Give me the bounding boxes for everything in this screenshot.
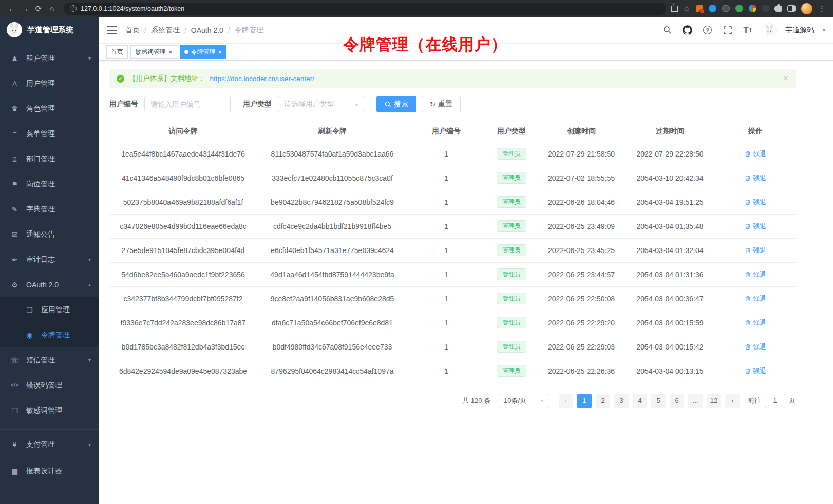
- doc-link[interactable]: https://doc.iocoder.cn/user-center/: [210, 75, 314, 83]
- page-button-12[interactable]: 12: [707, 394, 721, 408]
- back-icon[interactable]: ←: [5, 2, 18, 15]
- col-user-id: 用户编号: [408, 121, 485, 142]
- alert-close-icon[interactable]: ×: [783, 73, 788, 84]
- sidebar-item-error-code[interactable]: </> 错误码管理: [0, 373, 99, 398]
- sidebar-item-sms[interactable]: ☏ 短信管理 ▾: [0, 347, 99, 373]
- sidebar-item-token-manage[interactable]: ◉ 令牌管理: [0, 322, 99, 347]
- access-token-cell: b0d1785bc3a8482f812db4a3f3bd15ec: [109, 335, 257, 359]
- tab-home[interactable]: 首页: [106, 45, 128, 59]
- page-button-2[interactable]: 2: [596, 394, 610, 408]
- next-page-button[interactable]: ›: [725, 394, 740, 408]
- extensions-puzzle-icon[interactable]: [775, 6, 782, 12]
- browser-menu-icon[interactable]: ⋮: [818, 4, 826, 13]
- page-button-5[interactable]: 5: [651, 394, 666, 408]
- user-menu-caret-icon[interactable]: ▾: [823, 27, 825, 33]
- breadcrumb-home[interactable]: 首页: [125, 26, 140, 35]
- sidebar-item-label: 错误码管理: [26, 381, 91, 390]
- refresh-icon[interactable]: ⟳: [32, 2, 45, 15]
- force-logout-button[interactable]: 强退: [745, 198, 766, 207]
- force-logout-button[interactable]: 强退: [745, 294, 766, 303]
- extension-icon-4[interactable]: [735, 5, 743, 12]
- help-icon[interactable]: ?: [702, 25, 713, 36]
- fullscreen-icon[interactable]: [722, 25, 733, 36]
- collapse-sidebar-icon[interactable]: [107, 26, 117, 34]
- refresh-token-cell: be90422b8c7946218275a508bf524fc9: [257, 190, 408, 214]
- page-button-3[interactable]: 3: [614, 394, 629, 408]
- forward-icon[interactable]: →: [18, 2, 32, 15]
- sidebar-bottom-group: ¥ 支付管理 ▾ ▦ 报表设计器: [0, 429, 99, 484]
- tab-token-manage[interactable]: 令牌管理 ×: [180, 45, 227, 59]
- prev-page-button[interactable]: ‹: [559, 394, 573, 408]
- user-id-cell: 1: [408, 359, 485, 383]
- github-icon[interactable]: [682, 25, 693, 36]
- force-logout-button[interactable]: 强退: [745, 366, 766, 376]
- app-logo[interactable]: 芋道管理系统: [0, 17, 99, 43]
- extension-icon-1[interactable]: [696, 5, 703, 12]
- create-time-cell: 2022-06-26 18:04:46: [538, 190, 624, 214]
- breadcrumb-system[interactable]: 系统管理: [151, 26, 180, 35]
- sidebar-item-oauth[interactable]: ⚙ OAuth 2.0 ▴: [0, 272, 99, 297]
- tab-label: 令牌管理: [191, 48, 216, 56]
- extension-icon-3[interactable]: [722, 5, 730, 12]
- force-logout-button[interactable]: 强退: [745, 318, 766, 327]
- page-button-6[interactable]: 6: [670, 394, 684, 408]
- force-logout-button[interactable]: 强退: [745, 149, 766, 159]
- sidebar-item-dict[interactable]: ✎ 字典管理: [0, 197, 99, 222]
- user-avatar[interactable]: [762, 23, 777, 37]
- font-size-icon[interactable]: TT: [742, 25, 753, 36]
- sidebar-item-tenant[interactable]: ♟ 租户管理 ▾: [0, 46, 99, 71]
- username[interactable]: 芋道源码: [785, 26, 814, 35]
- sidebar-item-sensitive-word[interactable]: ❒ 敏感词管理: [0, 398, 99, 423]
- force-logout-button[interactable]: 强退: [745, 246, 766, 255]
- user-id-input[interactable]: [144, 96, 231, 112]
- sidebar-item-post[interactable]: ⚑ 岗位管理: [0, 171, 99, 197]
- share-icon[interactable]: [671, 6, 678, 12]
- reset-button[interactable]: ↻ 重置: [422, 96, 461, 112]
- page-size-select[interactable]: 10条/页 ▾: [499, 394, 548, 408]
- sidebar-item-label: 用户管理: [26, 79, 91, 88]
- sidebar-item-menu[interactable]: ≡ 菜单管理: [0, 121, 99, 146]
- tab-close-icon[interactable]: ×: [168, 49, 173, 55]
- sidebar-item-role[interactable]: ♛ 角色管理: [0, 96, 99, 121]
- sidebar-item-app-manage[interactable]: ❐ 应用管理: [0, 297, 99, 322]
- bookmark-star-icon[interactable]: ☆: [684, 4, 690, 13]
- user-id-cell: 1: [408, 238, 485, 262]
- site-info-icon[interactable]: i: [70, 5, 77, 12]
- page-ellipsis-button[interactable]: ...: [688, 394, 703, 408]
- tab-sensitive-word[interactable]: 敏感词管理 ×: [130, 45, 177, 59]
- address-bar[interactable]: i 127.0.0.1:1024/system/oauth2/token: [64, 3, 666, 15]
- browser-profile-avatar[interactable]: [801, 3, 812, 14]
- page-button-1[interactable]: 1: [577, 394, 592, 408]
- force-logout-button[interactable]: 强退: [745, 173, 766, 183]
- breadcrumb: 首页 / 系统管理 / OAuth 2.0 / 令牌管理: [125, 26, 263, 35]
- post-icon: ⚑: [10, 180, 19, 188]
- page-button-4[interactable]: 4: [633, 394, 647, 408]
- extension-icon-2[interactable]: [709, 5, 716, 12]
- sidebar-item-notice[interactable]: ✉ 通知公告: [0, 222, 99, 247]
- extension-icon-6[interactable]: [762, 5, 770, 12]
- force-logout-label: 强退: [753, 149, 766, 159]
- force-logout-button[interactable]: 强退: [745, 270, 766, 279]
- sidebar-item-audit-log[interactable]: ✒ 审计日志 ▾: [0, 247, 99, 272]
- goto-page-input[interactable]: [765, 394, 785, 408]
- breadcrumb-oauth[interactable]: OAuth 2.0: [191, 26, 223, 34]
- user-type-select[interactable]: 请选择用户类型 ▾: [278, 96, 364, 112]
- extension-icon-5[interactable]: [749, 5, 756, 12]
- sidebar-item-user[interactable]: ♙ 用户管理: [0, 71, 99, 96]
- search-button[interactable]: 搜索: [376, 96, 416, 112]
- tab-close-icon[interactable]: ×: [218, 49, 222, 55]
- sidebar-item-report-designer[interactable]: ▦ 报表设计器: [0, 458, 99, 484]
- tab-label: 首页: [111, 48, 123, 56]
- user-id-cell: 1: [408, 190, 485, 214]
- chevron-up-icon: ▴: [88, 282, 91, 287]
- force-logout-button[interactable]: 强退: [745, 222, 766, 231]
- create-time-cell: 2022-06-25 22:26:36: [538, 359, 624, 383]
- side-panel-icon[interactable]: [787, 5, 796, 12]
- access-token-cell: f9336e7c7dd242a283ee98dc86b17a87: [109, 311, 257, 335]
- home-icon[interactable]: ⌂: [45, 2, 59, 15]
- search-icon[interactable]: [662, 25, 673, 36]
- force-logout-button[interactable]: 强退: [745, 342, 766, 352]
- sidebar-item-pay[interactable]: ¥ 支付管理 ▾: [0, 431, 99, 458]
- error-code-icon: </>: [10, 382, 19, 388]
- sidebar-item-dept[interactable]: ♖ 部门管理: [0, 146, 99, 171]
